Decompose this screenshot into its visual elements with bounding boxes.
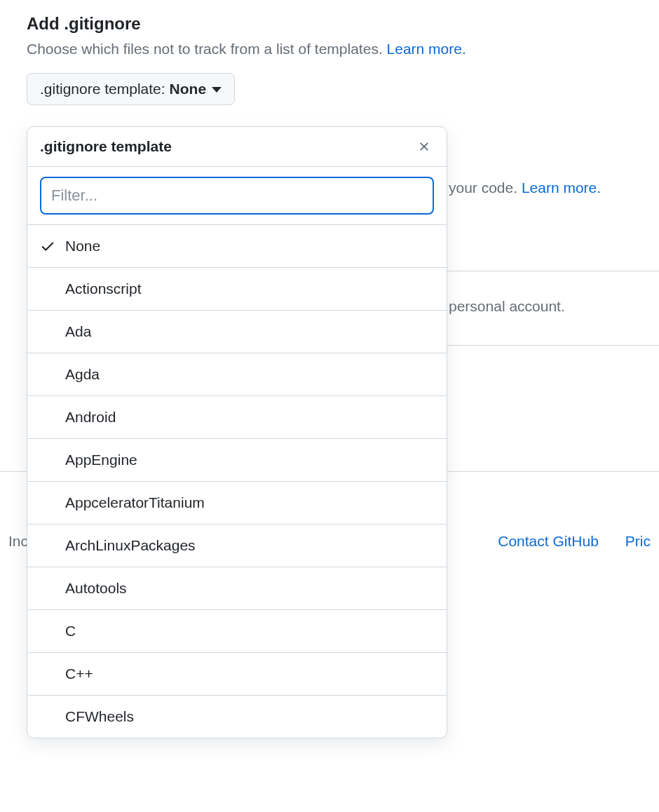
option-label: Actionscript [65, 280, 142, 297]
section-title: Add .gitignore [27, 14, 632, 34]
option-item[interactable]: ArchLinuxPackages [27, 525, 447, 567]
filter-input[interactable] [40, 177, 434, 215]
option-item[interactable]: Autotools [27, 567, 447, 610]
option-list[interactable]: NoneActionscriptAdaAgdaAndroidAppEngineA… [27, 225, 447, 738]
option-label: C [65, 623, 76, 640]
option-label: AppEngine [65, 452, 137, 468]
option-label: CFWheels [65, 708, 134, 725]
divider [447, 345, 659, 346]
description-text: Choose which files not to track from a l… [27, 41, 387, 57]
dropdown-header-title: .gitignore template [40, 138, 172, 155]
option-label: Android [65, 409, 116, 426]
contact-github-link[interactable]: Contact GitHub [498, 533, 599, 550]
option-item[interactable]: C [27, 610, 447, 653]
pricing-link-fragment[interactable]: Pric [625, 533, 651, 550]
option-item[interactable]: Android [27, 396, 447, 439]
close-button[interactable] [414, 137, 434, 156]
option-item[interactable]: Ada [27, 311, 447, 353]
dropdown-trigger-prefix: .gitignore template: [40, 81, 165, 97]
dropdown-header: .gitignore template [27, 127, 447, 167]
gitignore-template-dropdown-panel: .gitignore template NoneActionscriptAdaA… [27, 126, 447, 738]
license-fragment-text: your code. [449, 180, 522, 196]
divider [447, 271, 659, 271]
option-item[interactable]: Actionscript [27, 268, 447, 311]
account-text-fragment: personal account. [449, 298, 565, 315]
section-description: Choose which files not to track from a l… [27, 38, 632, 60]
option-label: Ada [65, 323, 91, 340]
option-item[interactable]: AppceleratorTitanium [27, 482, 447, 525]
option-item[interactable]: CFWheels [27, 696, 447, 738]
license-text-fragment: your code. Learn more. [449, 180, 601, 196]
check-icon [40, 238, 65, 254]
option-label: Autotools [65, 580, 127, 597]
option-label: C++ [65, 665, 93, 682]
close-icon [417, 140, 431, 154]
option-item[interactable]: None [27, 225, 447, 268]
option-item[interactable]: AppEngine [27, 439, 447, 482]
gitignore-template-dropdown-button[interactable]: .gitignore template: None [27, 73, 235, 105]
footer-copyright-fragment: Inc [8, 533, 28, 550]
gitignore-section: Add .gitignore Choose which files not to… [0, 0, 659, 105]
option-label: Agda [65, 366, 100, 383]
learn-more-link[interactable]: Learn more. [387, 41, 466, 57]
dropdown-trigger-value: None [170, 81, 207, 97]
option-label: AppceleratorTitanium [65, 494, 205, 511]
option-item[interactable]: C++ [27, 653, 447, 696]
option-label: None [65, 238, 100, 255]
option-label: ArchLinuxPackages [65, 537, 196, 554]
footer-links: Contact GitHub Pric [498, 533, 651, 550]
caret-down-icon [212, 87, 222, 93]
filter-container [27, 167, 447, 225]
option-item[interactable]: Agda [27, 353, 447, 396]
license-learn-more-link[interactable]: Learn more. [522, 180, 601, 196]
